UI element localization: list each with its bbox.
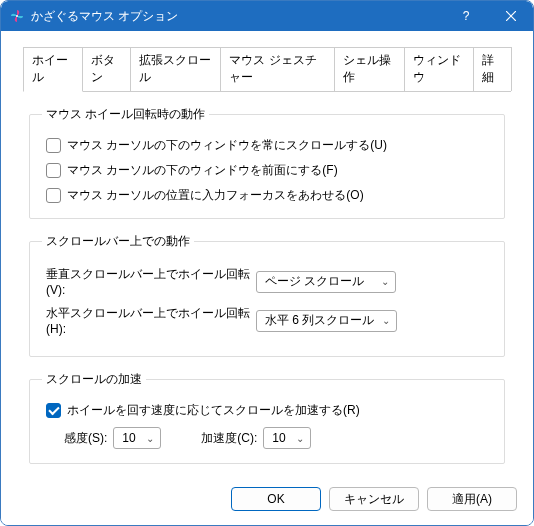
chevron-down-icon: ⌄: [381, 276, 389, 287]
app-icon: [9, 8, 25, 24]
tab-ext-scroll[interactable]: 拡張スクロール: [130, 47, 221, 91]
horizontal-scroll-value: 水平 6 列スクロール: [265, 312, 374, 329]
titlebar: かざぐるマウス オプション ?: [1, 1, 533, 31]
vertical-scroll-label: 垂直スクロールバー上でホイール回転(V):: [46, 266, 256, 297]
checkbox-bring-to-front-label: マウス カーソルの下のウィンドウを前面にする(F): [67, 162, 338, 179]
group-scrollbar: スクロールバー上での動作 垂直スクロールバー上でホイール回転(V): ページ ス…: [29, 233, 505, 357]
checkbox-scroll-under-cursor[interactable]: [46, 138, 61, 153]
sensitivity-value: 10: [122, 431, 135, 445]
chevron-down-icon: ⌄: [296, 433, 304, 444]
dialog-footer: OK キャンセル 適用(A): [231, 487, 517, 511]
svg-text:?: ?: [462, 10, 469, 22]
checkbox-accel-enable-label: ホイールを回す速度に応じてスクロールを加速する(R): [67, 402, 360, 419]
tab-wheel[interactable]: ホイール: [23, 47, 83, 92]
horizontal-scroll-select[interactable]: 水平 6 列スクロール ⌄: [256, 310, 397, 332]
content-area: ホイール ボタン 拡張スクロール マウス ジェスチャー シェル操作 ウィンドウ …: [1, 31, 533, 525]
tab-button[interactable]: ボタン: [82, 47, 131, 91]
svg-point-0: [16, 15, 18, 17]
acceleration-select[interactable]: 10 ⌄: [263, 427, 311, 449]
tab-shell[interactable]: シェル操作: [334, 47, 404, 91]
tab-bar: ホイール ボタン 拡張スクロール マウス ジェスチャー シェル操作 ウィンドウ …: [23, 47, 511, 92]
vertical-scroll-value: ページ スクロール: [265, 273, 364, 290]
group-wheel-rotation: マウス ホイール回転時の動作 マウス カーソルの下のウィンドウを常にスクロールす…: [29, 106, 505, 219]
checkbox-bring-to-front[interactable]: [46, 163, 61, 178]
sensitivity-select[interactable]: 10 ⌄: [113, 427, 161, 449]
chevron-down-icon: ⌄: [382, 315, 390, 326]
acceleration-value: 10: [272, 431, 285, 445]
checkbox-focus-at-cursor[interactable]: [46, 188, 61, 203]
window-title: かざぐるマウス オプション: [31, 8, 443, 25]
sensitivity-label: 感度(S):: [64, 430, 107, 447]
group-accel: スクロールの加速 ホイールを回す速度に応じてスクロールを加速する(R) 感度(S…: [29, 371, 505, 464]
vertical-scroll-select[interactable]: ページ スクロール ⌄: [256, 271, 396, 293]
apply-button[interactable]: 適用(A): [427, 487, 517, 511]
horizontal-scroll-label: 水平スクロールバー上でホイール回転(H):: [46, 305, 256, 336]
checkbox-scroll-under-cursor-label: マウス カーソルの下のウィンドウを常にスクロールする(U): [67, 137, 387, 154]
group-accel-legend: スクロールの加速: [42, 371, 146, 388]
tab-panel-wheel: マウス ホイール回転時の動作 マウス カーソルの下のウィンドウを常にスクロールす…: [23, 92, 511, 484]
checkbox-focus-at-cursor-label: マウス カーソルの位置に入力フォーカスをあわせる(O): [67, 187, 364, 204]
ok-button[interactable]: OK: [231, 487, 321, 511]
cancel-button[interactable]: キャンセル: [329, 487, 419, 511]
tab-gesture[interactable]: マウス ジェスチャー: [220, 47, 335, 91]
chevron-down-icon: ⌄: [146, 433, 154, 444]
group-wheel-rotation-legend: マウス ホイール回転時の動作: [42, 106, 209, 123]
tab-detail[interactable]: 詳細: [473, 47, 512, 91]
tab-window[interactable]: ウィンドウ: [404, 47, 474, 91]
group-scrollbar-legend: スクロールバー上での動作: [42, 233, 194, 250]
checkbox-accel-enable[interactable]: [46, 403, 61, 418]
acceleration-label: 加速度(C):: [201, 430, 257, 447]
help-button[interactable]: ?: [443, 1, 488, 31]
close-button[interactable]: [488, 1, 533, 31]
